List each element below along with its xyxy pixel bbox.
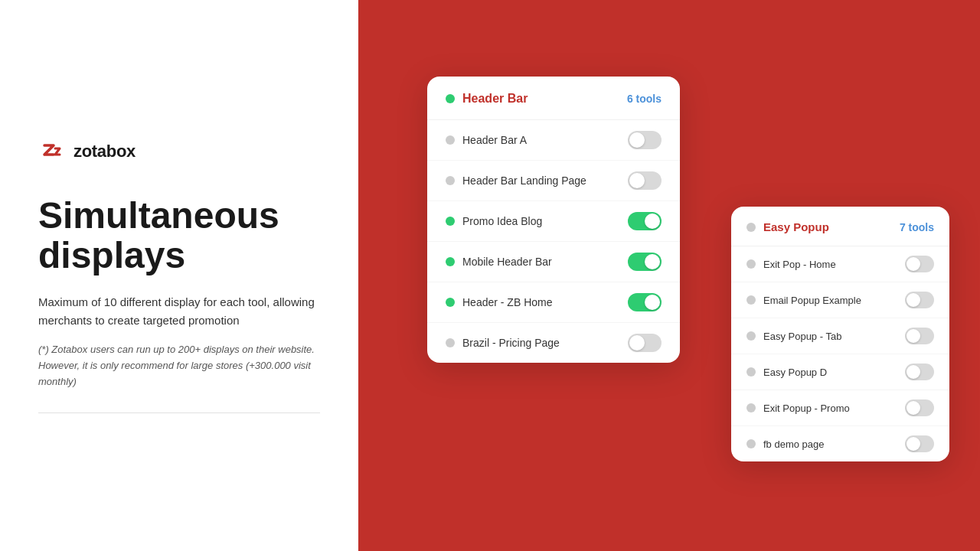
item-label: Brazil - Pricing Page [462, 337, 560, 349]
card-secondary-title: Easy Popup [763, 220, 829, 233]
item-label: Easy Popup - Tab [763, 331, 841, 342]
item-left: Exit Pop - Home [746, 259, 836, 270]
item-label: fb demo page [763, 439, 825, 450]
toggle-switch[interactable] [628, 131, 662, 149]
status-dot-active [446, 298, 455, 307]
toggle-switch[interactable] [628, 171, 662, 190]
note-text: (*) Zotabox users can run up to 200+ dis… [38, 342, 320, 390]
list-item: Promo Idea Blog [427, 201, 680, 242]
list-item: Header Bar A [427, 120, 680, 161]
status-dot-inactive [446, 135, 455, 145]
card-primary-tools-badge: 6 tools [627, 93, 662, 105]
toggle-switch[interactable] [628, 253, 662, 271]
left-panel: zotabox Simultaneous displays Maximum of… [0, 0, 358, 551]
status-dot-inactive [746, 331, 756, 341]
toggle-switch[interactable] [628, 334, 662, 352]
status-dot-active [446, 94, 455, 103]
status-dot-inactive [746, 295, 756, 305]
item-left: Mobile Header Bar [446, 256, 552, 268]
main-heading: Simultaneous displays [38, 196, 320, 277]
list-item: Mobile Header Bar [427, 242, 680, 282]
item-label: Header Bar A [462, 134, 527, 146]
divider [38, 412, 320, 413]
card-secondary: Easy Popup 7 tools Exit Pop - Home Email… [731, 207, 949, 461]
item-label: Email Popup Example [763, 295, 861, 306]
zotabox-logo-icon [38, 138, 66, 165]
status-dot-inactive [446, 338, 455, 347]
list-item: Exit Pop - Home [731, 246, 949, 282]
item-left: Brazil - Pricing Page [446, 337, 560, 349]
status-dot-inactive [746, 439, 756, 448]
item-label: Promo Idea Blog [462, 215, 542, 227]
list-item: Brazil - Pricing Page [427, 323, 680, 363]
status-dot-inactive [746, 367, 756, 377]
toggle-switch[interactable] [628, 212, 662, 230]
svg-rect-0 [38, 138, 66, 165]
item-label: Mobile Header Bar [462, 256, 552, 268]
status-dot-inactive [746, 259, 756, 269]
toggle-switch[interactable] [905, 399, 934, 416]
item-left: Header - ZB Home [446, 296, 552, 308]
card-secondary-header-left: Easy Popup [746, 220, 829, 233]
list-item: Email Popup Example [731, 282, 949, 318]
list-item: Header - ZB Home [427, 282, 680, 323]
description-text: Maximum of 10 different display for each… [38, 293, 320, 330]
status-dot-inactive [746, 403, 756, 412]
card-secondary-tools-badge: 7 tools [900, 221, 934, 233]
item-left: Exit Popup - Promo [746, 403, 850, 414]
card-primary-header-left: Header Bar [446, 92, 528, 106]
logo-text: zotabox [74, 142, 136, 161]
toggle-switch[interactable] [628, 293, 662, 311]
item-label: Header - ZB Home [462, 296, 552, 308]
status-dot-inactive [446, 176, 455, 185]
item-label: Exit Pop - Home [763, 259, 836, 270]
item-left: Header Bar A [446, 134, 527, 146]
card-primary-title: Header Bar [462, 92, 528, 106]
item-left: Promo Idea Blog [446, 215, 542, 227]
list-item: Easy Popup D [731, 354, 949, 390]
list-item: fb demo page [731, 426, 949, 461]
toggle-switch[interactable] [905, 256, 934, 272]
card-secondary-header: Easy Popup 7 tools [731, 207, 949, 246]
right-panel: Header Bar 6 tools Header Bar A Header B… [358, 0, 980, 551]
card-primary-header: Header Bar 6 tools [427, 77, 680, 120]
item-left: fb demo page [746, 439, 825, 450]
toggle-switch[interactable] [905, 292, 934, 308]
list-item: Header Bar Landing Page [427, 161, 680, 201]
toggle-switch[interactable] [905, 364, 934, 380]
item-left: Header Bar Landing Page [446, 174, 586, 187]
list-item: Exit Popup - Promo [731, 390, 949, 426]
toggle-switch[interactable] [905, 328, 934, 344]
item-left: Easy Popup D [746, 367, 827, 378]
list-item: Easy Popup - Tab [731, 318, 949, 354]
status-dot-inactive [746, 223, 756, 232]
status-dot-active [446, 257, 455, 266]
item-label: Exit Popup - Promo [763, 403, 850, 414]
status-dot-active [446, 217, 455, 226]
item-left: Email Popup Example [746, 295, 861, 306]
toggle-switch[interactable] [905, 435, 934, 452]
item-label: Header Bar Landing Page [462, 174, 586, 187]
item-label: Easy Popup D [763, 367, 827, 378]
logo: zotabox [38, 138, 320, 165]
item-left: Easy Popup - Tab [746, 331, 841, 342]
card-primary: Header Bar 6 tools Header Bar A Header B… [427, 77, 680, 363]
